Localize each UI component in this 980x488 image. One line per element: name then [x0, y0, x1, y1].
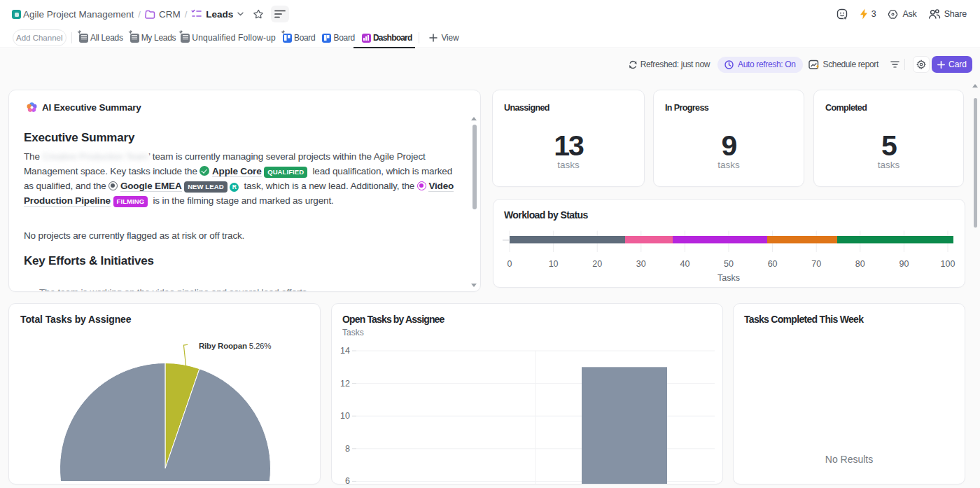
svg-text:Tasks: Tasks	[718, 273, 740, 283]
svg-text:6: 6	[345, 476, 350, 484]
svg-text:10: 10	[549, 259, 559, 269]
svg-text:60: 60	[768, 259, 778, 269]
svg-text:14: 14	[340, 346, 350, 356]
svg-text:100: 100	[941, 259, 955, 269]
svg-text:0: 0	[507, 259, 512, 269]
svg-text:40: 40	[680, 259, 690, 269]
svg-text:10: 10	[340, 411, 350, 421]
svg-text:70: 70	[811, 259, 821, 269]
svg-text:Riby Roopan 5.26%: Riby Roopan 5.26%	[199, 342, 271, 350]
svg-text:50: 50	[724, 259, 734, 269]
svg-text:30: 30	[636, 259, 646, 269]
svg-text:90: 90	[899, 259, 909, 269]
svg-text:20: 20	[592, 259, 602, 269]
svg-text:8: 8	[345, 444, 350, 454]
svg-text:80: 80	[855, 259, 865, 269]
svg-text:12: 12	[340, 379, 350, 389]
